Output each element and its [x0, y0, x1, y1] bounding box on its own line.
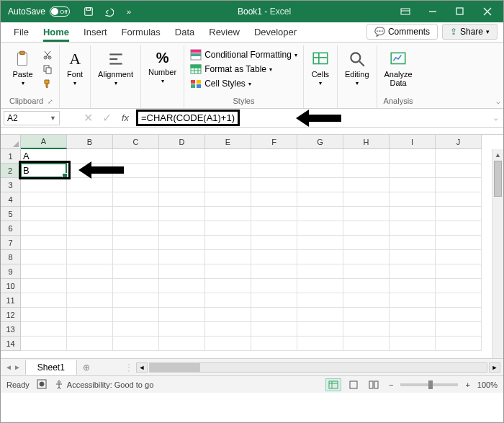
cell[interactable] — [343, 279, 390, 293]
cell[interactable] — [436, 279, 482, 293]
cell[interactable] — [159, 250, 205, 264]
cell[interactable] — [343, 221, 390, 236]
row-header[interactable]: 13 — [1, 322, 21, 337]
cell[interactable] — [21, 293, 67, 308]
row-header[interactable]: 2 — [1, 164, 21, 178]
qat-more-icon[interactable]: » — [122, 4, 136, 19]
cell[interactable] — [205, 221, 251, 236]
normal-view-icon[interactable] — [325, 378, 341, 391]
tab-home[interactable]: Home — [36, 24, 76, 42]
cell[interactable] — [205, 250, 251, 264]
cell[interactable] — [251, 308, 297, 322]
cell[interactable] — [205, 308, 251, 322]
cell[interactable] — [67, 164, 113, 178]
cell[interactable] — [436, 337, 482, 351]
cell[interactable] — [159, 308, 205, 322]
clipboard-launcher-icon[interactable]: ⤢ — [46, 98, 55, 105]
row-header[interactable]: 3 — [1, 178, 21, 192]
row-header[interactable]: 4 — [1, 192, 21, 207]
cell[interactable] — [343, 264, 390, 279]
comments-button[interactable]: 💬 Comments — [366, 24, 438, 40]
cell[interactable] — [343, 178, 390, 192]
cell[interactable] — [436, 322, 482, 337]
cell[interactable] — [436, 178, 482, 192]
cell[interactable] — [159, 279, 205, 293]
cell[interactable] — [436, 221, 482, 236]
tab-insert[interactable]: Insert — [76, 24, 114, 42]
save-icon[interactable] — [81, 4, 96, 19]
cell[interactable] — [436, 192, 482, 207]
cell[interactable] — [67, 264, 113, 279]
cell[interactable] — [205, 149, 251, 164]
enter-formula-icon[interactable]: ✓ — [99, 111, 114, 125]
cell[interactable] — [297, 192, 343, 207]
row-header[interactable]: 1 — [1, 149, 21, 164]
minimize-icon[interactable] — [420, 1, 446, 22]
cell[interactable] — [343, 192, 390, 207]
cell[interactable] — [113, 164, 159, 178]
ribbon-display-icon[interactable] — [392, 1, 418, 22]
cell[interactable] — [297, 236, 343, 250]
cell[interactable] — [67, 250, 113, 264]
column-header[interactable]: H — [343, 135, 390, 149]
zoom-slider-thumb[interactable] — [428, 380, 433, 389]
cell[interactable] — [205, 337, 251, 351]
column-header[interactable]: B — [67, 135, 113, 149]
cell[interactable] — [205, 192, 251, 207]
sheet-tab-sheet1[interactable]: Sheet1 — [25, 360, 77, 375]
cell[interactable] — [21, 279, 67, 293]
cell[interactable] — [297, 308, 343, 322]
cell[interactable] — [297, 322, 343, 337]
cell[interactable] — [251, 264, 297, 279]
paste-button[interactable]: Paste ▾ — [9, 48, 35, 88]
cell[interactable] — [67, 308, 113, 322]
tab-developer[interactable]: Developer — [247, 24, 304, 42]
cell[interactable] — [205, 178, 251, 192]
cut-icon[interactable] — [40, 48, 55, 61]
cell[interactable] — [205, 322, 251, 337]
cell[interactable] — [251, 322, 297, 337]
add-sheet-icon[interactable]: ⊕ — [77, 362, 96, 373]
cell[interactable] — [251, 250, 297, 264]
format-painter-icon[interactable] — [40, 77, 55, 90]
cell[interactable] — [343, 293, 390, 308]
cell[interactable] — [159, 322, 205, 337]
tab-review[interactable]: Review — [202, 24, 247, 42]
cell[interactable]: A — [21, 149, 67, 164]
row-header[interactable]: 14 — [1, 337, 21, 351]
row-header[interactable]: 6 — [1, 221, 21, 236]
cell[interactable] — [159, 337, 205, 351]
cell[interactable] — [113, 207, 159, 221]
cell[interactable] — [436, 264, 482, 279]
cell[interactable] — [67, 207, 113, 221]
cell[interactable] — [297, 149, 343, 164]
name-box[interactable]: A2 ▼ — [4, 111, 60, 125]
cell[interactable] — [251, 337, 297, 351]
row-header[interactable]: 11 — [1, 293, 21, 308]
insert-function-icon[interactable]: fx — [117, 111, 133, 125]
cell[interactable] — [205, 264, 251, 279]
cell[interactable] — [436, 149, 482, 164]
row-header[interactable]: 9 — [1, 264, 21, 279]
row-header[interactable]: 12 — [1, 308, 21, 322]
column-header[interactable]: G — [297, 135, 343, 149]
cell[interactable] — [390, 322, 436, 337]
column-header[interactable]: F — [251, 135, 297, 149]
select-all-corner[interactable] — [1, 135, 21, 149]
cell[interactable] — [436, 207, 482, 221]
undo-icon[interactable] — [102, 4, 116, 19]
cell[interactable] — [205, 207, 251, 221]
autosave-toggle[interactable]: AutoSave Off — [4, 6, 74, 17]
cell[interactable] — [67, 322, 113, 337]
cell[interactable] — [113, 308, 159, 322]
cell[interactable] — [436, 293, 482, 308]
cell[interactable] — [21, 250, 67, 264]
cell[interactable] — [21, 192, 67, 207]
zoom-slider[interactable] — [400, 383, 458, 386]
share-button[interactable]: ⇪ Share ▾ — [442, 24, 498, 40]
cell[interactable] — [390, 149, 436, 164]
page-break-view-icon[interactable] — [366, 378, 382, 391]
cell[interactable] — [67, 337, 113, 351]
cell[interactable] — [390, 264, 436, 279]
cell[interactable] — [113, 337, 159, 351]
